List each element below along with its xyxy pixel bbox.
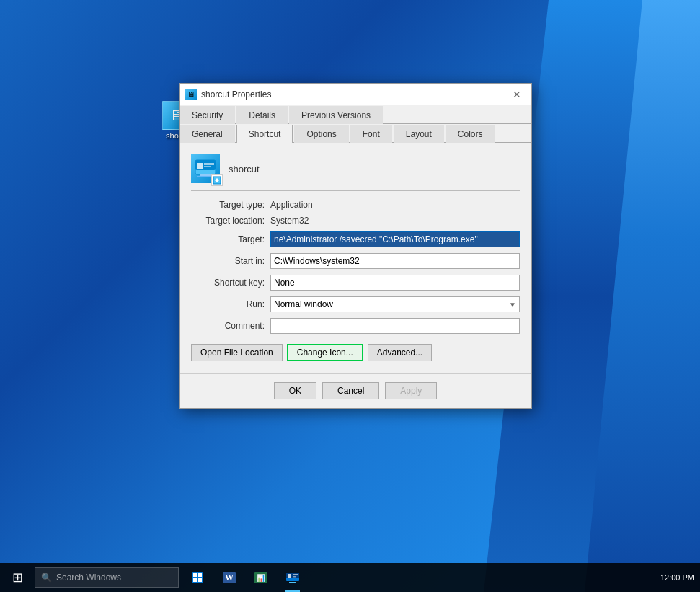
taskbar-search[interactable]: 🔍 Search Windows [35,567,179,588]
tabs-row-secondary: Security Details Previous Versions [180,105,531,124]
target-location-row: Target location: System32 [191,216,520,226]
target-type-value: Application [270,200,313,210]
svg-rect-21 [293,576,296,578]
svg-rect-10 [198,573,202,577]
target-type-row: Target type: Application [191,200,520,210]
comment-input[interactable] [270,318,520,334]
svg-rect-6 [204,166,211,167]
store-icon [189,569,206,586]
run-select[interactable]: Normal window ▼ [270,296,520,312]
target-input[interactable] [270,231,520,247]
system-time: 12:00 PM [660,573,694,582]
run-select-arrow: ▼ [509,301,516,309]
tab-general[interactable]: General [180,125,235,143]
tab-details[interactable]: Details [236,106,288,124]
comment-label: Comment: [191,321,270,331]
target-row: Target: [191,231,520,247]
search-icon: 🔍 [41,573,52,583]
target-location-label: Target location: [191,216,270,226]
app-name: shorcut [229,164,260,174]
taskbar-apps: W 📊 [182,563,309,592]
svg-text:W: W [225,573,234,583]
open-file-location-button[interactable]: Open File Location [191,344,283,361]
svg-text:📊: 📊 [257,573,266,583]
tab-shortcut[interactable]: Shortcut [236,125,293,143]
properties-dialog: 🖥 shorcut Properties ✕ Security Details … [179,83,532,409]
start-in-input[interactable] [270,253,520,269]
svg-rect-5 [204,163,214,165]
cancel-button[interactable]: Cancel [322,382,379,399]
run-select-value: Normal window [274,299,333,309]
svg-rect-20 [293,574,298,575]
taskbar-app-store[interactable] [182,563,213,592]
tab-previous-versions[interactable]: Previous Versions [289,106,383,124]
app-header: shorcut [191,154,520,191]
dialog-title-icon: 🖥 [185,89,197,100]
app-icon-overlay [211,174,223,186]
dialog-content: shorcut Target type: Application Target … [180,143,531,373]
active-app-icon [284,569,301,586]
dialog-close-button[interactable]: ✕ [508,86,526,103]
apply-button[interactable]: Apply [385,382,437,399]
tab-colors[interactable]: Colors [446,125,495,143]
shortcut-key-input[interactable] [270,275,520,291]
taskbar-app-3[interactable]: 📊 [245,563,277,592]
shortcut-key-label: Shortcut key: [191,278,270,288]
app3-icon: 📊 [252,569,270,586]
target-location-value: System32 [270,216,309,226]
start-button[interactable]: ⊞ [0,563,35,592]
svg-rect-12 [198,578,202,582]
svg-rect-22 [289,582,296,583]
target-label: Target: [191,234,270,244]
word-icon: W [221,569,238,586]
taskbar-system-tray: 12:00 PM [660,573,700,582]
svg-rect-4 [197,163,203,169]
search-placeholder: Search Windows [56,573,121,583]
change-icon-button[interactable]: Change Icon... [287,344,363,361]
desktop: 🖥 shor... 🖥 shorcut Properties ✕ Securit… [0,0,700,592]
start-in-row: Start in: [191,253,520,269]
shortcut-key-row: Shortcut key: [191,275,520,291]
app-icon [191,154,220,183]
tab-layout[interactable]: Layout [394,125,444,143]
dialog-titlebar: 🖥 shorcut Properties ✕ [180,84,531,105]
dialog-title-text: shorcut Properties [201,89,508,100]
start-in-label: Start in: [191,256,270,266]
ok-button[interactable]: OK [274,382,316,399]
svg-rect-19 [288,574,291,578]
taskbar-app-active[interactable] [277,563,309,592]
run-label: Run: [191,299,270,309]
tab-font[interactable]: Font [350,125,392,143]
svg-rect-11 [193,578,197,582]
tabs-row-primary: General Shortcut Options Font Layout Col… [180,124,531,143]
comment-row: Comment: [191,318,520,334]
taskbar: ⊞ 🔍 Search Windows [0,563,700,592]
run-row: Run: Normal window ▼ [191,296,520,312]
taskbar-app-word[interactable]: W [213,563,245,592]
svg-rect-9 [193,573,197,577]
tab-security[interactable]: Security [180,106,235,124]
dialog-footer: OK Cancel Apply [180,373,531,408]
action-buttons-row: Open File Location Change Icon... Advanc… [191,344,520,361]
advanced-button[interactable]: Advanced... [368,344,432,361]
target-type-label: Target type: [191,200,270,210]
tab-options[interactable]: Options [294,125,348,143]
